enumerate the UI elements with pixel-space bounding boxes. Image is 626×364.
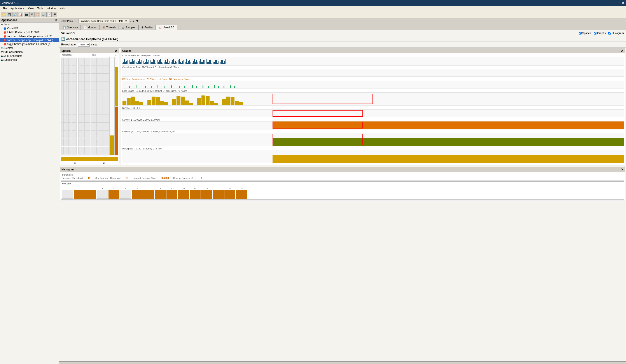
content-tab-visual-gc[interactable]: 📊Visual GC xyxy=(156,25,177,30)
histogram-bar-item xyxy=(213,190,224,199)
close-button[interactable]: ✕ xyxy=(622,1,624,5)
tree-item[interactable]: 🌐Remote xyxy=(0,46,59,50)
tab[interactable]: Start Page ✕ xyxy=(59,19,79,23)
eden-bar-item xyxy=(127,98,131,105)
toolbar-btn-3[interactable]: 🔄 xyxy=(12,12,17,17)
spaces-checkbox[interactable] xyxy=(579,32,582,34)
toolbar-btn-9[interactable]: 📈 xyxy=(46,12,52,17)
compile-bar xyxy=(193,61,194,64)
metaspace-cell xyxy=(72,58,74,66)
metaspace-cell xyxy=(67,122,69,130)
compile-bar xyxy=(221,62,221,64)
survivor0-canvas xyxy=(122,109,624,117)
tree-item[interactable]: 🔴IntelliJ Platform (pid 115072) xyxy=(0,30,59,34)
menu-item-tools[interactable]: Tools xyxy=(36,6,45,11)
eden-cell xyxy=(97,106,103,114)
metaspace-cell xyxy=(64,147,66,155)
tree-item[interactable]: 🔴com.heu.heap.HeapDemo (pid 107440) xyxy=(0,38,59,42)
tab[interactable]: com.heu.heap.HeapDemo (pid 107440) ✕ xyxy=(79,19,129,23)
compile-bar xyxy=(175,61,176,64)
app-title-row: 🔄 com.heu.heap.HeapDemo (pid 107440) xyxy=(59,36,626,42)
graphs-checkbox-label[interactable]: Graphs xyxy=(594,32,606,35)
tab-close[interactable]: ✕ xyxy=(125,20,127,22)
tree-icon: 🔴 xyxy=(3,39,6,41)
toolbar-btn-8[interactable]: 🔬 xyxy=(41,12,46,17)
content-tab-monitor[interactable]: 📈Monitor xyxy=(81,25,99,30)
toolbar-btn-4[interactable]: 📊 xyxy=(18,12,23,17)
metaspace-cell xyxy=(72,74,74,82)
tab-nav-dropdown[interactable]: ▼ xyxy=(135,19,140,23)
histogram-checkbox[interactable] xyxy=(608,32,611,34)
tab-icon-sampler: 🔬 xyxy=(122,26,125,29)
compile-bar xyxy=(205,63,205,64)
histogram-close-button[interactable]: ✕ xyxy=(621,168,624,171)
refresh-label: Refresh rate: xyxy=(61,43,76,46)
histogram-checkbox-label[interactable]: Histogram xyxy=(608,32,624,35)
maximize-button[interactable]: □ xyxy=(618,1,620,5)
eden-cell xyxy=(78,66,84,74)
param-desired-value: 524288 xyxy=(161,177,169,179)
content-tab-threads[interactable]: 🧵Threads xyxy=(99,25,119,30)
tree-item[interactable]: 📷JFR Snapshots xyxy=(0,54,59,58)
tree-item[interactable]: 📷Snapshots xyxy=(0,58,59,62)
menu-item-applications[interactable]: Applications xyxy=(8,6,26,11)
compile-bar xyxy=(162,63,162,64)
compile-bar xyxy=(134,60,135,64)
menu-item-file[interactable]: File xyxy=(1,6,8,11)
eden-cell xyxy=(103,131,109,138)
eden-cell xyxy=(78,138,84,146)
tab-nav-left[interactable]: ‹ xyxy=(129,19,132,23)
old-gen-bar xyxy=(273,138,624,146)
graphs-checkbox[interactable] xyxy=(594,32,596,34)
eden-cell xyxy=(103,122,109,130)
histogram-bar-col: 8 xyxy=(155,188,166,199)
metaspace-cell xyxy=(67,58,69,66)
compile-bar xyxy=(170,60,170,64)
metaspace-cell xyxy=(61,90,64,98)
histogram-bars-title: Histogram xyxy=(62,182,623,185)
content-tab-overview[interactable]: 📋Overview xyxy=(60,25,81,30)
toolbar-btn-6[interactable]: ⚙ xyxy=(29,12,35,17)
toolbar-btn-10[interactable]: 🖥 xyxy=(52,12,57,17)
eden-cell xyxy=(103,138,109,146)
tree-icon: 🖥 xyxy=(1,23,3,26)
eden-cell xyxy=(84,114,90,122)
compile-bar xyxy=(148,60,149,64)
compile-bar xyxy=(208,62,209,64)
eden-cell xyxy=(78,74,84,82)
spaces-content: Metaspace Old ... xyxy=(60,53,119,165)
compile-bar xyxy=(157,60,158,64)
spaces-close-button[interactable]: ✕ xyxy=(115,49,117,53)
tree-item[interactable]: 🔴org.jetbrains.jps.cmdline.Launcher (p..… xyxy=(0,42,59,46)
tab-nav-right[interactable]: › xyxy=(132,19,135,23)
tree-item[interactable]: 💾VM Coredumps xyxy=(0,50,59,54)
tab-close[interactable]: ✕ xyxy=(75,20,76,22)
toolbar-btn-5[interactable]: 📷 xyxy=(24,12,29,17)
tree-item[interactable]: 🔴com.heu.HelloworldApplication (pid 32..… xyxy=(0,34,59,38)
graphs-close-button[interactable]: ✕ xyxy=(621,49,624,53)
minimize-button[interactable]: ─ xyxy=(614,1,616,5)
bottom-scrollbar[interactable] xyxy=(59,361,626,364)
metaspace-cell xyxy=(61,98,64,106)
metaspace-cell xyxy=(69,131,71,138)
refresh-select[interactable]: Auto 100 200 500 1000 xyxy=(78,43,90,47)
panel-close[interactable]: ✕ xyxy=(55,19,57,22)
tree-item[interactable]: 🔵VisualVM xyxy=(0,27,59,30)
content-tab-sampler[interactable]: 🔬Sampler xyxy=(119,25,138,30)
menu-item-window[interactable]: Window xyxy=(45,6,58,11)
spaces-checkbox-label[interactable]: Spaces xyxy=(579,32,591,35)
menu-item-view[interactable]: View xyxy=(26,6,36,11)
eden-cell xyxy=(78,58,84,66)
compile-bar xyxy=(152,62,153,64)
panel-minimize[interactable]: ─ xyxy=(52,19,54,22)
compile-bar xyxy=(183,60,184,64)
content-tab-profiler[interactable]: ⚙Profiler xyxy=(138,25,156,30)
toolbar-btn-2[interactable]: 💾 xyxy=(6,12,12,17)
menu-item-help[interactable]: Help xyxy=(58,6,67,11)
param-current-label: Current Survivor Size: xyxy=(173,177,197,179)
toolbar-btn-1[interactable]: 📁 xyxy=(1,12,6,17)
toolbar-btn-7[interactable]: 📋 xyxy=(35,12,40,17)
compile-bar xyxy=(182,61,183,64)
histogram-bar-col: 3 xyxy=(97,188,108,199)
tree-item[interactable]: 🖥Local xyxy=(0,23,59,27)
